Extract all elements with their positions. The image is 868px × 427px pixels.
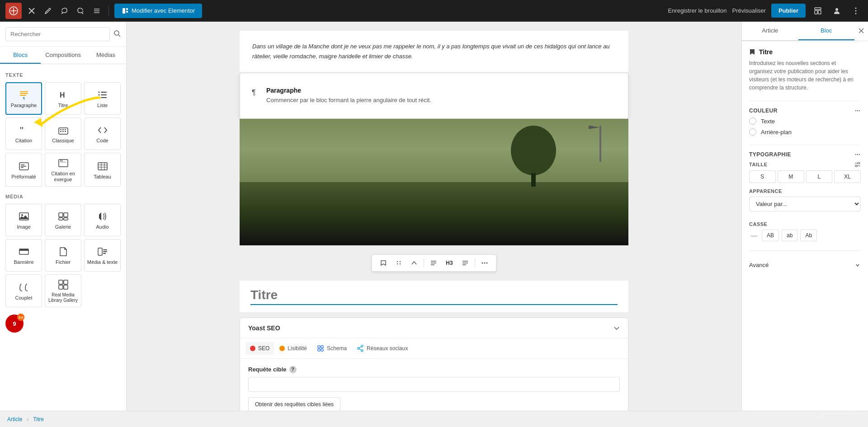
align2-toolbar-btn[interactable]	[458, 258, 472, 268]
yoast-tab-seo[interactable]: SEO	[245, 342, 274, 355]
apparence-select[interactable]: Valeur par... Normal Italique	[749, 197, 861, 211]
yoast-tab-schema[interactable]: Schema	[312, 342, 351, 355]
tab-compositions[interactable]: Compositions	[41, 47, 85, 64]
couleur-options-icon[interactable]	[854, 108, 861, 114]
undo-button[interactable]	[58, 5, 71, 17]
block-code[interactable]: Code	[84, 117, 121, 150]
size-l[interactable]: L	[806, 170, 833, 183]
svg-point-102	[855, 165, 857, 167]
radio-texte[interactable]	[749, 117, 756, 125]
options-button[interactable]	[849, 4, 863, 18]
yoast-tab-lisibilite[interactable]: Lisibilité	[275, 342, 311, 355]
section-texte-label: TEXTE	[5, 72, 121, 78]
paragraph-suggestion-icon: ¶	[251, 88, 260, 97]
right-section-titre: Titre Introduisez les nouvelles sections…	[749, 48, 861, 92]
publish-button[interactable]: Publier	[771, 4, 806, 18]
casse-upper[interactable]: AB	[762, 230, 779, 241]
casse-dash[interactable]: —	[749, 232, 759, 239]
svg-point-97	[857, 154, 858, 155]
block-titre[interactable]: H Titre	[45, 82, 81, 115]
media-text-icon	[97, 246, 108, 257]
yoast-requete-input[interactable]	[248, 377, 620, 392]
taille-settings-icon[interactable]	[854, 161, 861, 168]
left-tabs: Blocs Compositions Médias	[0, 47, 126, 64]
svg-rect-56	[19, 249, 28, 251]
block-media-texte[interactable]: Média & texte	[84, 239, 121, 272]
svg-rect-6	[123, 8, 125, 14]
svg-rect-18	[20, 91, 28, 92]
svg-rect-52	[64, 213, 68, 217]
svg-line-90	[359, 349, 361, 350]
wp-logo	[5, 3, 22, 19]
breadcrumb-article[interactable]: Article	[7, 416, 22, 422]
yoast-cibles-button[interactable]: Obtenir des requêtes cibles liées	[248, 397, 340, 411]
avance-row[interactable]: Avancé	[749, 257, 861, 273]
layout-toggle-button[interactable]	[811, 4, 825, 18]
close-button[interactable]	[25, 5, 38, 17]
size-m[interactable]: M	[778, 170, 804, 183]
redo-button[interactable]	[74, 5, 87, 17]
preview-button[interactable]: Prévisualiser	[732, 7, 766, 14]
typo-options-icon[interactable]	[854, 151, 861, 158]
svg-text:¶: ¶	[23, 96, 25, 100]
yoast-tabs: SEO Lisibilité Schema Réseaux sociaux	[240, 338, 628, 359]
block-preformate[interactable]: Préformaté	[5, 153, 42, 187]
size-xl[interactable]: XL	[834, 170, 861, 183]
block-tableau[interactable]: Tableau	[84, 153, 121, 187]
radio-arriere[interactable]	[749, 128, 756, 136]
right-title-desc: Introduisez les nouvelles sections et or…	[749, 59, 861, 92]
align-icon2	[462, 260, 468, 266]
casse-lower[interactable]: ab	[782, 230, 797, 241]
bookmark-toolbar-btn[interactable]	[377, 258, 390, 268]
block-banniere[interactable]: Bannière	[5, 239, 42, 272]
block-galerie[interactable]: Galerie	[45, 204, 81, 236]
right-section-couleur: Couleur Texte Arrière-plan	[749, 108, 861, 136]
tab-blocs[interactable]: Blocs	[0, 47, 41, 64]
right-tab-article[interactable]: Article	[742, 22, 798, 40]
menu-button[interactable]	[90, 5, 103, 17]
block-citation-exergue[interactable]: " Citation en exergue	[45, 153, 81, 187]
more-toolbar-btn[interactable]	[478, 258, 491, 268]
suggestion-popup[interactable]: ¶ Paragraphe Commencer par le bloc forma…	[240, 73, 628, 119]
yoast-tab-social[interactable]: Réseaux sociaux	[352, 342, 412, 355]
block-audio[interactable]: Audio	[84, 204, 121, 236]
align-toolbar-btn[interactable]	[427, 258, 440, 268]
title-toolbar: H3	[372, 254, 496, 272]
block-image[interactable]: Image	[5, 204, 42, 236]
keyboard-icon	[58, 125, 69, 136]
block-citation[interactable]: " Citation	[5, 117, 42, 150]
block-liste[interactable]: Liste	[84, 82, 121, 115]
save-draft-button[interactable]: Enregistrer le brouillon	[668, 7, 726, 14]
svg-rect-40	[21, 167, 24, 168]
title-input[interactable]	[250, 288, 618, 305]
block-classique[interactable]: Classique	[45, 117, 81, 150]
svg-rect-57	[98, 248, 102, 255]
up-toolbar-btn[interactable]	[407, 258, 421, 268]
svg-line-89	[359, 347, 361, 348]
right-tab-bloc[interactable]: Bloc	[798, 22, 855, 40]
block-couplet[interactable]: Couplet	[5, 274, 42, 307]
svg-rect-61	[59, 280, 63, 284]
yoast-block: Yoast SEO SEO Lisibilité Schema	[240, 318, 628, 411]
yoast-header[interactable]: Yoast SEO	[240, 318, 628, 338]
drag-toolbar-btn[interactable]	[392, 258, 406, 268]
svg-rect-62	[64, 280, 68, 284]
edit-button[interactable]	[42, 5, 54, 17]
svg-point-81	[486, 262, 487, 263]
block-rml-gallery[interactable]: Real Media Library Gallery	[45, 274, 81, 307]
user-settings-button[interactable]	[830, 4, 844, 18]
search-button[interactable]	[113, 30, 121, 38]
redo-icon	[77, 7, 84, 14]
menu-icon	[93, 7, 100, 14]
block-fichier[interactable]: Fichier	[45, 239, 81, 272]
help-icon[interactable]: ?	[289, 366, 297, 373]
tab-medias[interactable]: Médias	[85, 47, 126, 64]
size-s[interactable]: S	[749, 170, 776, 183]
elementor-button[interactable]: Modifier avec Elementor	[114, 4, 202, 18]
block-paragraphe[interactable]: ¶ Paragraphe	[5, 82, 42, 115]
search-input[interactable]	[5, 27, 110, 41]
breadcrumb-titre[interactable]: Titre	[33, 416, 44, 422]
right-close-button[interactable]	[854, 24, 868, 39]
svg-rect-10	[815, 10, 817, 14]
casse-capitalize[interactable]: Ab	[800, 230, 817, 241]
